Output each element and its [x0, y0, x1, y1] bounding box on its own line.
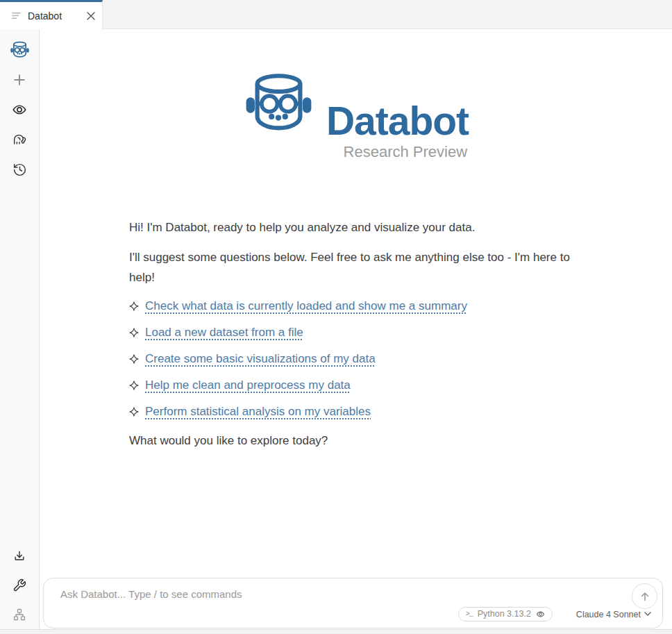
list-item: Create some basic visualizations of my d… — [129, 351, 582, 366]
tab-bar: Databot — [0, 0, 672, 29]
chevron-down-icon — [644, 612, 651, 617]
eye-icon — [12, 102, 27, 117]
model-selector[interactable]: Claude 4 Sonnet — [576, 610, 651, 619]
tab-title: Databot — [28, 10, 62, 22]
send-arrow-icon — [639, 591, 650, 602]
rail-button-hierarchy[interactable] — [9, 605, 30, 624]
runtime-label: Python 3.13.2 — [478, 609, 531, 619]
suggestion-link[interactable]: Create some basic visualizations of my d… — [145, 351, 376, 366]
history-icon — [12, 162, 27, 177]
suggestion-list: Check what data is currently loaded and … — [129, 299, 582, 419]
send-button[interactable] — [632, 583, 657, 609]
rail-button-add[interactable] — [9, 70, 30, 90]
rail-button-databot[interactable] — [9, 40, 30, 60]
model-label: Claude 4 Sonnet — [576, 610, 641, 619]
runtime-badge[interactable]: >_ Python 3.13.2 — [458, 607, 553, 622]
composer: >_ Python 3.13.2 Claude 4 Sonnet — [43, 578, 663, 628]
chat-message: Hi! I'm Databot, ready to help you analy… — [129, 217, 582, 451]
sparkle-icon — [129, 301, 139, 311]
logo-title: Databot — [326, 101, 469, 141]
rail-button-download[interactable] — [9, 547, 30, 566]
suggestion-link[interactable]: Help me clean and preprocess my data — [145, 378, 351, 392]
logo-subtitle: Research Preview — [344, 143, 468, 161]
rail-button-eye[interactable] — [9, 100, 30, 119]
close-icon[interactable] — [87, 12, 95, 20]
panel-bottom-edge — [0, 629, 672, 634]
rail-button-elephant[interactable] — [9, 130, 30, 149]
eye-icon — [536, 610, 545, 619]
list-item: Check what data is currently loaded and … — [129, 299, 582, 313]
elephant-icon — [12, 132, 27, 147]
terminal-prompt-icon: >_ — [466, 610, 473, 618]
chat-input[interactable] — [60, 588, 621, 605]
download-icon — [12, 549, 26, 563]
greeting-text: Hi! I'm Databot, ready to help you analy… — [129, 217, 582, 237]
notebook-lines-icon — [11, 10, 22, 21]
suggestion-link[interactable]: Load a new dataset from a file — [145, 325, 303, 340]
closing-text: What would you like to explore today? — [129, 431, 582, 451]
databot-logo: Databot Research Preview — [40, 69, 672, 160]
databot-icon — [10, 40, 30, 60]
rail-button-history[interactable] — [9, 160, 30, 179]
plus-icon — [12, 73, 26, 87]
activity-rail — [0, 29, 40, 634]
databot-logo-mark — [243, 69, 314, 141]
sparkle-icon — [129, 381, 139, 390]
list-item: Perform statistical analysis on my varia… — [129, 404, 582, 419]
list-item: Help me clean and preprocess my data — [129, 378, 582, 392]
tab-strip-empty — [103, 0, 672, 29]
suggestion-link[interactable]: Check what data is currently loaded and … — [145, 299, 467, 313]
sparkle-icon — [129, 328, 139, 337]
list-item: Load a new dataset from a file — [129, 325, 582, 340]
wrench-icon — [12, 578, 26, 592]
tab-databot[interactable]: Databot — [0, 0, 103, 29]
sparkle-icon — [129, 354, 139, 364]
suggestion-link[interactable]: Perform statistical analysis on my varia… — [145, 404, 371, 419]
hierarchy-icon — [12, 608, 26, 622]
main-panel: Databot Research Preview Hi! I'm Databot… — [40, 29, 672, 634]
rail-button-settings[interactable] — [9, 576, 30, 595]
sparkle-icon — [129, 407, 139, 417]
intro-text: I'll suggest some questions below. Feel … — [129, 247, 582, 287]
